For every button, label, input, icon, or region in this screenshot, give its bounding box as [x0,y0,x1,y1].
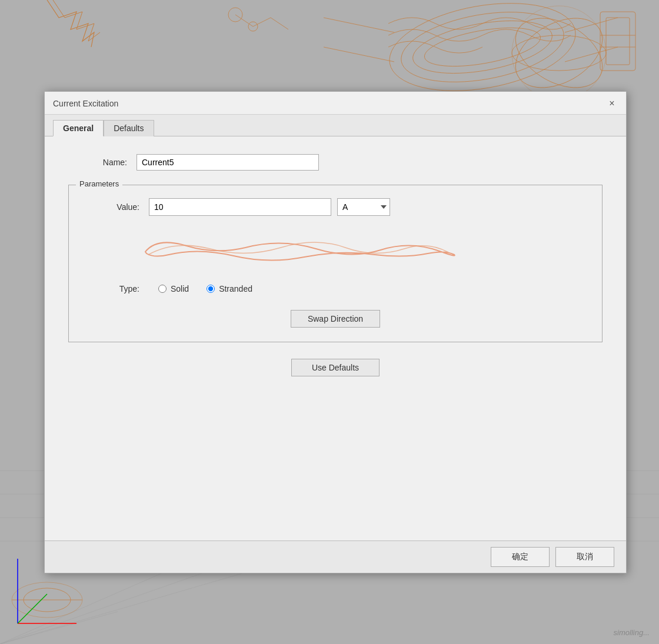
close-button[interactable]: × [606,98,618,109]
tab-general[interactable]: General [53,120,104,136]
cancel-button[interactable]: 取消 [555,547,614,567]
use-defaults-button[interactable]: Use Defaults [291,359,380,376]
dialog-current-excitation: Current Excitation × General Defaults Na… [44,91,627,573]
radio-solid-input[interactable] [158,285,167,293]
swap-direction-row: Swap Direction [81,310,590,328]
unit-select[interactable]: A mA kA [337,198,390,216]
name-input[interactable] [137,154,319,171]
radio-solid[interactable]: Solid [158,284,189,293]
radio-group: Solid Stranded [158,284,252,293]
type-label: Type: [81,284,139,293]
value-input[interactable] [149,198,331,216]
watermark: simolling... [614,628,650,637]
sketch-area [128,225,469,272]
type-row: Type: Solid Stranded [81,284,590,293]
swap-direction-button[interactable]: Swap Direction [291,310,380,328]
tab-defaults[interactable]: Defaults [104,120,154,136]
value-row: Value: A mA kA [81,198,590,216]
value-label: Value: [81,202,139,212]
name-label: Name: [68,158,127,167]
use-defaults-row: Use Defaults [68,359,603,376]
radio-solid-label: Solid [171,284,189,293]
parameters-legend: Parameters [76,179,122,188]
name-row: Name: [68,154,603,171]
ok-button[interactable]: 确定 [491,547,550,567]
radio-stranded-input[interactable] [207,285,215,293]
dialog-title: Current Excitation [53,99,118,108]
radio-stranded[interactable]: Stranded [207,284,252,293]
unit-select-wrapper: A mA kA [337,198,390,216]
radio-stranded-label: Stranded [219,284,252,293]
dialog-content: Name: Parameters Value: A mA kA [45,136,626,540]
tabs-area: General Defaults [45,115,626,136]
dialog-footer: 确定 取消 [45,540,626,573]
parameters-group: Parameters Value: A mA kA [68,185,603,342]
title-bar: Current Excitation × [45,92,626,115]
